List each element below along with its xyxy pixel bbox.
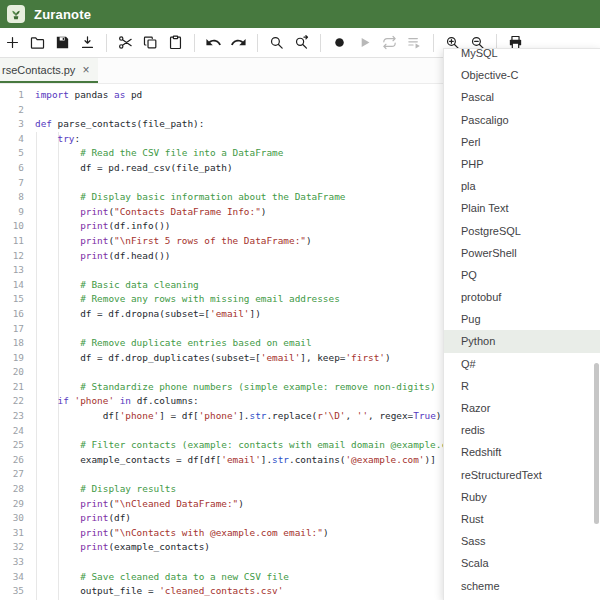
toolbar-separator bbox=[320, 34, 321, 52]
line-number: 5 bbox=[0, 146, 24, 161]
app-title: Zuranote bbox=[34, 7, 91, 22]
line-number: 14 bbox=[0, 278, 24, 293]
code-text: def parse_contacts(file_path): bbox=[24, 117, 204, 132]
record-button[interactable] bbox=[327, 30, 352, 56]
find-button[interactable] bbox=[264, 30, 289, 56]
code-text bbox=[24, 467, 35, 482]
open-folder-button[interactable] bbox=[25, 30, 50, 56]
language-option[interactable]: Pug bbox=[444, 308, 600, 330]
tab-close-icon[interactable]: × bbox=[82, 64, 89, 76]
language-option[interactable]: MySQL bbox=[444, 48, 600, 64]
line-number: 4 bbox=[0, 132, 24, 147]
new-file-button[interactable] bbox=[0, 30, 25, 56]
line-number: 15 bbox=[0, 292, 24, 307]
dropdown-scrollbar[interactable] bbox=[594, 363, 599, 524]
code-text: print(example_contacts) bbox=[24, 540, 210, 555]
toolbar-group bbox=[327, 30, 427, 56]
toolbar-group bbox=[113, 30, 188, 56]
cut-icon bbox=[117, 34, 134, 51]
code-text: # Read the CSV file into a DataFrame bbox=[24, 146, 283, 161]
language-option[interactable]: Objective-C bbox=[444, 64, 600, 86]
run-all-button bbox=[402, 30, 427, 56]
app-window: Zuranote rseContacts.py × 1import pandas… bbox=[0, 0, 600, 600]
code-text: print("Contacts DataFrame Info:") bbox=[24, 205, 266, 220]
code-text: # Remove any rows with missing email add… bbox=[24, 292, 340, 307]
language-option[interactable]: protobuf bbox=[444, 286, 600, 308]
undo-icon bbox=[205, 34, 222, 51]
toolbar-group bbox=[0, 30, 100, 56]
language-option[interactable]: Scala bbox=[444, 552, 600, 574]
code-text bbox=[24, 176, 35, 191]
loop-button bbox=[377, 30, 402, 56]
new-file-icon bbox=[4, 34, 21, 51]
toolbar-group bbox=[201, 30, 251, 56]
line-number: 1 bbox=[0, 88, 24, 103]
toolbar-separator bbox=[194, 34, 195, 52]
language-option[interactable]: PHP bbox=[444, 153, 600, 175]
line-number: 30 bbox=[0, 511, 24, 526]
record-icon bbox=[331, 34, 348, 51]
language-option[interactable]: Rust bbox=[444, 508, 600, 530]
code-text: df = df.dropna(subset=['email']) bbox=[24, 307, 261, 322]
line-number: 11 bbox=[0, 234, 24, 249]
tab-file[interactable]: rseContacts.py × bbox=[0, 58, 98, 83]
language-list: MySQLObjective-CPascalPascaligoPerlPHPpl… bbox=[444, 48, 600, 597]
run-icon bbox=[356, 34, 373, 51]
line-number: 31 bbox=[0, 526, 24, 541]
language-option[interactable]: Sass bbox=[444, 530, 600, 552]
copy-button[interactable] bbox=[138, 30, 163, 56]
line-number: 29 bbox=[0, 497, 24, 512]
language-option[interactable]: PostgreSQL bbox=[444, 220, 600, 242]
code-text: print("\nContacts with @example.com emai… bbox=[24, 526, 329, 541]
language-option[interactable]: Perl bbox=[444, 131, 600, 153]
language-option[interactable]: Pascaligo bbox=[444, 109, 600, 131]
cut-button[interactable] bbox=[113, 30, 138, 56]
paste-button[interactable] bbox=[163, 30, 188, 56]
language-option[interactable]: scheme bbox=[444, 575, 600, 597]
redo-button[interactable] bbox=[226, 30, 251, 56]
language-option[interactable]: Python bbox=[444, 330, 600, 352]
code-text bbox=[24, 555, 35, 570]
line-number: 6 bbox=[0, 161, 24, 176]
download-button[interactable] bbox=[75, 30, 100, 56]
language-option[interactable]: Ruby bbox=[444, 486, 600, 508]
code-text: print(df.head()) bbox=[24, 249, 170, 264]
loop-icon bbox=[381, 34, 398, 51]
line-number: 21 bbox=[0, 380, 24, 395]
undo-button[interactable] bbox=[201, 30, 226, 56]
code-text: # Display results bbox=[24, 482, 176, 497]
language-option[interactable]: Redshift bbox=[444, 441, 600, 463]
language-option[interactable]: R bbox=[444, 375, 600, 397]
language-option[interactable]: Razor bbox=[444, 397, 600, 419]
language-option[interactable]: PQ bbox=[444, 264, 600, 286]
toolbar-separator bbox=[257, 34, 258, 52]
line-number: 28 bbox=[0, 482, 24, 497]
save-button[interactable] bbox=[50, 30, 75, 56]
line-number: 32 bbox=[0, 540, 24, 555]
language-option[interactable]: Plain Text bbox=[444, 197, 600, 219]
language-option[interactable]: Q# bbox=[444, 353, 600, 375]
language-option[interactable]: pla bbox=[444, 175, 600, 197]
language-option[interactable]: reStructuredText bbox=[444, 464, 600, 486]
code-text: # Save cleaned data to a new CSV file bbox=[24, 570, 289, 585]
find-replace-button[interactable] bbox=[289, 30, 314, 56]
line-number: 35 bbox=[0, 584, 24, 599]
code-text: output_file = 'cleaned_contacts.csv' bbox=[24, 584, 283, 599]
run-button bbox=[352, 30, 377, 56]
line-number: 17 bbox=[0, 322, 24, 337]
line-number: 33 bbox=[0, 555, 24, 570]
language-option[interactable]: redis bbox=[444, 419, 600, 441]
language-option[interactable]: PowerShell bbox=[444, 242, 600, 264]
line-number: 19 bbox=[0, 351, 24, 366]
code-text: print("\nCleaned DataFrame:") bbox=[24, 497, 244, 512]
code-text: df = pd.read_csv(file_path) bbox=[24, 161, 233, 176]
find-icon bbox=[268, 34, 285, 51]
line-number: 20 bbox=[0, 365, 24, 380]
paste-icon bbox=[167, 34, 184, 51]
code-text: # Basic data cleaning bbox=[24, 278, 199, 293]
line-number: 12 bbox=[0, 249, 24, 264]
line-number: 22 bbox=[0, 394, 24, 409]
language-option[interactable]: Pascal bbox=[444, 86, 600, 108]
code-text: print(df) bbox=[24, 511, 131, 526]
redo-icon bbox=[230, 34, 247, 51]
